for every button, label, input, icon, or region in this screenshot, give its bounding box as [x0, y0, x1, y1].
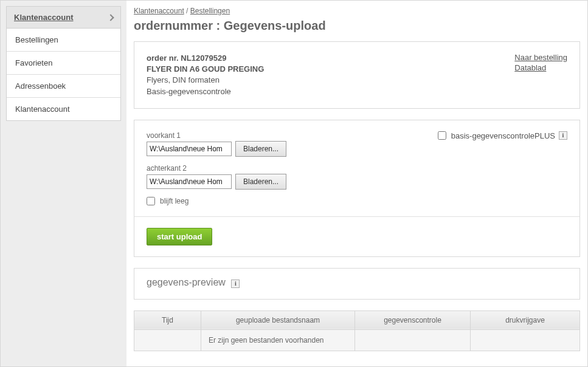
sidebar-header[interactable]: Klantenaccount [7, 7, 120, 29]
start-upload-button[interactable]: start upload [147, 228, 212, 245]
cell-gegevenscontrole [355, 329, 471, 351]
front-upload-group: voorkant 1 Bladeren... [147, 131, 286, 157]
stay-empty-label: blijft leeg [160, 197, 189, 205]
sidebar-item-favorieten[interactable]: Favorieten [7, 52, 120, 75]
preview-title: gegevens-preview [147, 277, 226, 287]
chevron-right-icon [107, 14, 114, 21]
preview-panel: gegevens-preview i [134, 268, 580, 300]
info-icon[interactable]: i [559, 131, 567, 140]
back-file-input[interactable] [147, 174, 232, 189]
order-check: Basis-gegevenscontrole [147, 86, 264, 97]
table-row: Er zijn geen bestanden voorhanden [134, 329, 580, 351]
front-file-input[interactable] [147, 142, 232, 156]
upload-panel: voorkant 1 Bladeren... achterkant 2 Blad… [134, 120, 580, 257]
sidebar-header-label: Klantenaccount [14, 13, 74, 22]
sidebar: Klantenaccount Bestellingen Favorieten A… [1, 1, 126, 366]
main-content: Klantenaccount / Bestellingen ordernumme… [126, 1, 587, 366]
controle-plus-checkbox[interactable] [438, 131, 446, 140]
order-links: Naar bestelling Datablad [514, 53, 567, 97]
sidebar-item-adressenboek[interactable]: Adressenboek [7, 75, 120, 98]
controle-plus-row[interactable]: basis-gegevenscontrolePLUS i [438, 131, 567, 140]
files-table: Tijd geuploade bestandsnaam gegevenscont… [134, 310, 580, 351]
back-browse-button[interactable]: Bladeren... [235, 174, 286, 190]
link-naar-bestelling[interactable]: Naar bestelling [514, 53, 567, 62]
order-info-panel: order nr. NL12079529 FLYER DIN A6 GOUD P… [134, 41, 580, 109]
info-icon[interactable]: i [231, 280, 240, 288]
breadcrumb-bestellingen[interactable]: Bestellingen [190, 7, 230, 15]
order-category: Flyers, DIN formaten [147, 75, 264, 86]
col-gegevenscontrole: gegevenscontrole [355, 310, 471, 329]
sidebar-nav: Klantenaccount Bestellingen Favorieten A… [6, 6, 121, 121]
stay-empty-row[interactable]: blijft leeg [147, 197, 286, 205]
back-label: achterkant 2 [147, 164, 286, 173]
breadcrumb: Klantenaccount / Bestellingen [134, 7, 580, 15]
front-label: voorkant 1 [147, 131, 286, 140]
col-bestandsnaam: geuploade bestandsnaam [201, 310, 355, 329]
cell-drukvrijgave [471, 329, 580, 351]
table-header-row: Tijd geuploade bestandsnaam gegevenscont… [134, 310, 580, 329]
back-upload-group: achterkant 2 Bladeren... [147, 164, 286, 190]
sidebar-item-klantenaccount[interactable]: Klantenaccount [7, 98, 120, 120]
stay-empty-checkbox[interactable] [147, 197, 155, 205]
col-tijd: Tijd [134, 310, 201, 329]
col-drukvrijgave: drukvrijgave [471, 310, 580, 329]
upload-fields: voorkant 1 Bladeren... achterkant 2 Blad… [147, 131, 286, 205]
front-browse-button[interactable]: Bladeren... [235, 141, 286, 157]
divider [134, 216, 579, 217]
breadcrumb-klantenaccount[interactable]: Klantenaccount [134, 7, 184, 15]
cell-tijd [134, 329, 201, 351]
sidebar-item-bestellingen[interactable]: Bestellingen [7, 29, 120, 52]
order-info: order nr. NL12079529 FLYER DIN A6 GOUD P… [147, 53, 264, 97]
order-number: order nr. NL12079529 [147, 53, 264, 64]
cell-empty-message: Er zijn geen bestanden voorhanden [201, 329, 355, 351]
page-title: ordernummer : Gegevens-upload [134, 19, 580, 33]
link-datablad[interactable]: Datablad [514, 63, 567, 72]
order-product: FLYER DIN A6 GOUD PREGING [147, 64, 264, 75]
controle-plus-label: basis-gegevenscontrolePLUS [451, 131, 555, 140]
